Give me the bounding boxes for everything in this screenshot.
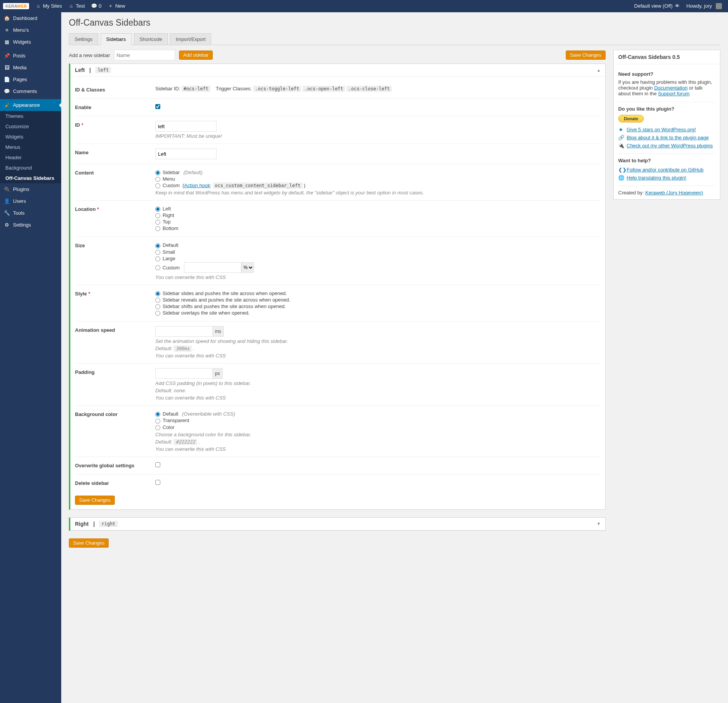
comment-icon: 💬 [91,0,97,12]
anim-unit: ms [212,326,224,337]
bg-default-radio[interactable] [155,412,160,417]
size-large-radio[interactable] [155,256,160,261]
tab-sidebars[interactable]: Sidebars [101,33,132,45]
content-custom-radio[interactable] [155,183,160,188]
author-link[interactable]: Keraweb (Jory Hogeveen) [645,190,703,196]
menu-pages[interactable]: 📄Pages [0,73,61,85]
loc-bottom-radio[interactable] [155,226,160,231]
comments-link[interactable]: 💬0 [88,0,104,12]
other-plugins-link[interactable]: Check out my other WordPress plugins [627,143,713,148]
new-content-link[interactable]: +New [104,0,128,12]
bg-color-radio[interactable] [155,425,160,430]
default-view-toggle[interactable]: Default view (Off) 👁 [631,0,683,12]
menu-menus[interactable]: ≡Menu's [0,24,61,36]
menu-settings[interactable]: ⚙Settings [0,219,61,231]
save-changes-top[interactable]: Save Changes [566,51,606,60]
style-overlay-radio[interactable] [155,311,160,316]
page-icon: 📄 [4,77,10,82]
github-link[interactable]: Follow and/or contribute on GitHub [627,167,704,173]
dashboard-icon: 🏠 [4,15,10,21]
save-changes-panel[interactable]: Save Changes [75,496,115,505]
credit-text: Created by: Keraweb (Jory Hogeveen) [618,190,715,196]
panel-header-left[interactable]: Left | left ▲ [70,64,605,77]
style-shift-radio[interactable] [155,304,160,309]
action-hook-link[interactable]: Action hook [184,183,210,188]
menu-dashboard[interactable]: 🏠Dashboard [0,12,61,24]
style-push-radio[interactable] [155,291,160,296]
menu-tools[interactable]: 🔧Tools [0,207,61,219]
tools-icon: 🔧 [4,210,10,216]
padding-note1: Add CSS padding (in pixels) to this side… [155,380,597,386]
rate-link[interactable]: Give 5 stars on WordPress.org! [627,127,696,132]
menu-widgets[interactable]: ▦Widgets [0,36,61,48]
row-overwrite-label: Overwrite global settings [75,457,151,474]
save-changes-bottom[interactable]: Save Changes [69,538,109,548]
bg-transparent-radio[interactable] [155,419,160,424]
overwrite-checkbox[interactable] [155,462,160,467]
size-unit-select[interactable]: % [241,262,254,273]
plus-icon: + [107,0,114,12]
tab-importexport[interactable]: Import/Export [170,33,211,45]
submenu-background[interactable]: Background [0,163,61,173]
menu-media[interactable]: 🖼Media [0,62,61,73]
star-icon: ★ [618,127,624,132]
padding-input[interactable] [155,368,213,379]
delete-checkbox[interactable] [155,480,160,485]
support-forum-link[interactable]: Support forum [658,91,689,96]
submenu-customize[interactable]: Customize [0,121,61,132]
loc-top-radio[interactable] [155,220,160,225]
menu-plugins[interactable]: 🔌Plugins [0,183,61,195]
site-link[interactable]: ⌂Test [65,0,88,12]
slug-badge: left [95,67,111,73]
name-input[interactable] [155,148,217,159]
size-custom-input[interactable] [184,262,241,273]
enable-checkbox[interactable] [155,104,160,109]
menu-appearance[interactable]: 🖌Appearance [0,99,61,111]
my-sites-link[interactable]: ⌂My Sites [32,0,65,12]
size-custom-radio[interactable] [155,265,160,270]
padding-note3: You can overwrite this with CSS [155,395,597,401]
submenu-header[interactable]: Header [0,152,61,163]
my-account[interactable]: Howdy, jory [683,0,725,12]
submenu-widgets[interactable]: Widgets [0,132,61,142]
style-reveal-radio[interactable] [155,298,160,303]
chevron-up-icon[interactable]: ▲ [597,68,601,72]
tab-settings[interactable]: Settings [69,33,98,45]
menu-comments[interactable]: 💬Comments [0,85,61,97]
chevron-down-icon[interactable]: ▼ [597,522,601,526]
add-sidebar-input[interactable] [114,50,175,60]
donate-button[interactable]: Donate [618,115,644,122]
slug-badge: right [99,521,117,527]
row-enable-label: Enable [75,99,151,116]
row-name-label: Name [75,144,151,164]
brand-logo[interactable]: KERAWEB [3,3,29,9]
user-icon: 👤 [4,198,10,204]
like-heading: Do you like this plugin? [618,106,715,112]
loc-right-radio[interactable] [155,213,160,218]
menu-users[interactable]: 👤Users [0,195,61,207]
panel-header-right[interactable]: Right | right ▼ [70,518,605,530]
menu-posts[interactable]: 📌Posts [0,50,61,62]
documentation-link[interactable]: Documentation [654,85,687,91]
network-icon: ⌂ [35,0,41,12]
size-note: You can overwrite this with CSS [155,274,597,280]
bg-note1: Choose a background color for this sideb… [155,432,597,437]
id-input[interactable] [155,121,217,132]
comments-icon: 💬 [4,88,10,94]
content-menu-radio[interactable] [155,177,160,182]
size-default-radio[interactable] [155,243,160,248]
tab-shortcode[interactable]: Shortcode [134,33,168,45]
submenu-themes[interactable]: Themes [0,111,61,121]
content-sidebar-radio[interactable] [155,170,160,175]
anim-input[interactable] [155,326,213,337]
translate-icon: 🌐 [618,175,624,181]
add-sidebar-button[interactable]: Add sidebar [179,51,213,60]
submenu-ocs[interactable]: Off-Canvas Sidebars [0,173,61,183]
help-heading: Want to help? [618,158,715,163]
support-text: If you are having problems with this plu… [618,79,715,96]
loc-left-radio[interactable] [155,207,160,212]
submenu-menus[interactable]: Menus [0,142,61,152]
translate-link[interactable]: Help translating this plugin! [627,175,686,181]
blog-link[interactable]: Blog about it & link to the plugin page [627,135,709,140]
size-small-radio[interactable] [155,250,160,255]
